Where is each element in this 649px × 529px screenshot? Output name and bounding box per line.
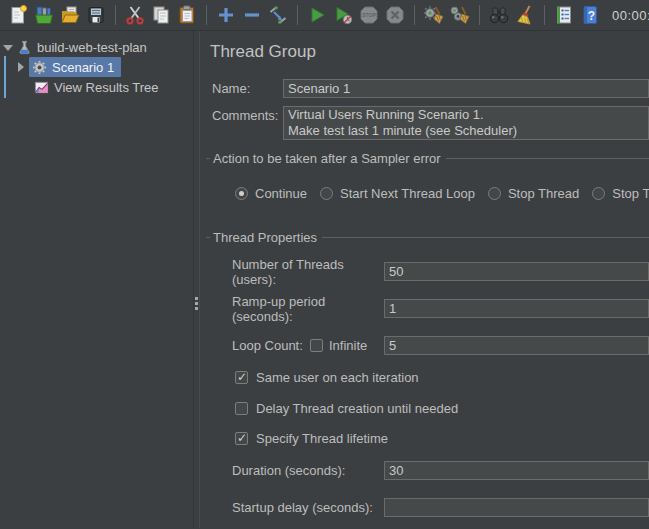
radio-label: Start Next Thread Loop [340, 186, 475, 201]
save-button[interactable] [83, 2, 109, 28]
remove-button[interactable] [239, 2, 265, 28]
name-label: Name: [212, 81, 283, 96]
duration-input[interactable] [384, 461, 649, 480]
loop-count-label: Loop Count: [232, 338, 310, 353]
add-button[interactable] [213, 2, 239, 28]
group-border-line [322, 237, 649, 238]
minus-icon [241, 4, 263, 26]
loop-count-input[interactable] [384, 336, 649, 355]
infinite-checkbox[interactable] [310, 339, 323, 352]
delay-thread-creation-option[interactable]: Delay Thread creation until needed [200, 401, 649, 416]
new-file-icon [7, 4, 29, 26]
expand-arrow-icon[interactable] [16, 62, 26, 72]
cut-button[interactable] [122, 2, 148, 28]
num-threads-row: Number of Threads (users): [200, 262, 649, 281]
shutdown-button[interactable] [382, 2, 408, 28]
radio-continue[interactable]: Continue [235, 186, 307, 201]
specify-lifetime-checkbox[interactable] [235, 432, 248, 445]
thread-properties-border: Thread Properties [206, 230, 649, 245]
group-border-dash [206, 158, 210, 159]
tree-item-label: build-web-test-plan [37, 40, 147, 55]
toolbar-separator [206, 5, 207, 25]
start-no-timers-icon [332, 4, 354, 26]
same-user-option[interactable]: Same user on each iteration [200, 370, 649, 385]
startup-delay-row: Startup delay (seconds): [200, 498, 649, 517]
elapsed-timer: 00:00:00 [612, 8, 649, 23]
svg-text:?: ? [588, 9, 595, 23]
page-title: Thread Group [210, 42, 649, 64]
splitter-grip[interactable] [195, 297, 198, 310]
infinite-option[interactable]: Infinite [310, 338, 367, 353]
startup-delay-input[interactable] [384, 498, 649, 517]
test-plan-tree: build-web-test-plan [0, 31, 193, 528]
jmeter-window: STOP [0, 0, 649, 529]
radio-icon[interactable] [320, 187, 333, 200]
start-icon [306, 4, 328, 26]
results-chart-icon [33, 79, 49, 95]
tree-item-label: Scenario 1 [52, 60, 114, 75]
splitter[interactable] [193, 31, 200, 528]
start-button[interactable] [304, 2, 330, 28]
radio-label: Continue [255, 186, 307, 201]
toggle-button[interactable] [265, 2, 291, 28]
content-area: build-web-test-plan [0, 31, 649, 528]
sampler-error-options: Continue Start Next Thread Loop Stop Thr… [200, 186, 649, 201]
name-row: Name: [200, 79, 649, 98]
svg-text:STOP: STOP [362, 12, 376, 18]
toggle-arrows-icon [267, 4, 289, 26]
num-threads-input[interactable] [384, 262, 649, 281]
test-plan-flask-icon [16, 39, 32, 55]
cut-icon [124, 4, 146, 26]
delay-thread-creation-checkbox[interactable] [235, 402, 248, 415]
new-file-button[interactable] [5, 2, 31, 28]
radio-icon[interactable] [592, 187, 605, 200]
radio-label: Stop Test [612, 186, 649, 201]
open-file-button[interactable] [57, 2, 83, 28]
copy-icon [150, 4, 172, 26]
comments-input[interactable]: Virtual Users Running Scenario 1. Make t… [283, 106, 649, 140]
templates-button[interactable] [31, 2, 57, 28]
toolbar-separator [297, 5, 298, 25]
reset-broom-icon [514, 4, 536, 26]
shutdown-x-icon [384, 4, 406, 26]
specify-lifetime-option[interactable]: Specify Thread lifetime [200, 431, 649, 446]
thread-properties-title: Thread Properties [213, 230, 317, 245]
start-no-timers-button[interactable] [330, 2, 356, 28]
function-helper-button[interactable] [551, 2, 577, 28]
radio-label: Stop Thread [508, 186, 579, 201]
clear-all-button[interactable] [447, 2, 473, 28]
clear-all-gears-broom-icon [449, 4, 471, 26]
tree-item-view-results-tree[interactable]: View Results Tree [0, 77, 193, 97]
open-file-icon [59, 4, 81, 26]
toolbar: STOP [0, 0, 649, 31]
toolbar-separator [479, 5, 480, 25]
function-helper-icon [553, 4, 575, 26]
radio-start-next-thread-loop[interactable]: Start Next Thread Loop [320, 186, 475, 201]
tree-item-test-plan[interactable]: build-web-test-plan [0, 37, 193, 57]
ramp-up-input[interactable] [384, 299, 649, 318]
same-user-checkbox[interactable] [235, 371, 248, 384]
binoculars-icon [487, 4, 511, 26]
clear-button[interactable] [421, 2, 447, 28]
infinite-label: Infinite [329, 338, 367, 353]
radio-stop-thread[interactable]: Stop Thread [488, 186, 579, 201]
templates-icon [33, 4, 55, 26]
paste-button[interactable] [174, 2, 200, 28]
collapse-arrow-icon[interactable] [3, 42, 13, 52]
search-reset-button[interactable] [512, 2, 538, 28]
startup-delay-label: Startup delay (seconds): [232, 500, 384, 515]
delay-thread-creation-label: Delay Thread creation until needed [256, 401, 458, 416]
paste-icon [176, 4, 198, 26]
stop-button[interactable]: STOP [356, 2, 382, 28]
tree-item-scenario-1[interactable]: Scenario 1 [0, 57, 193, 77]
radio-icon[interactable] [488, 187, 501, 200]
radio-stop-test[interactable]: Stop Test [592, 186, 649, 201]
tree-indent-guide [4, 56, 6, 98]
copy-button[interactable] [148, 2, 174, 28]
name-input[interactable] [283, 79, 649, 98]
radio-icon[interactable] [235, 187, 248, 200]
stop-icon: STOP [358, 4, 380, 26]
search-button[interactable] [486, 2, 512, 28]
save-icon [85, 4, 107, 26]
help-button[interactable]: ? [577, 2, 603, 28]
